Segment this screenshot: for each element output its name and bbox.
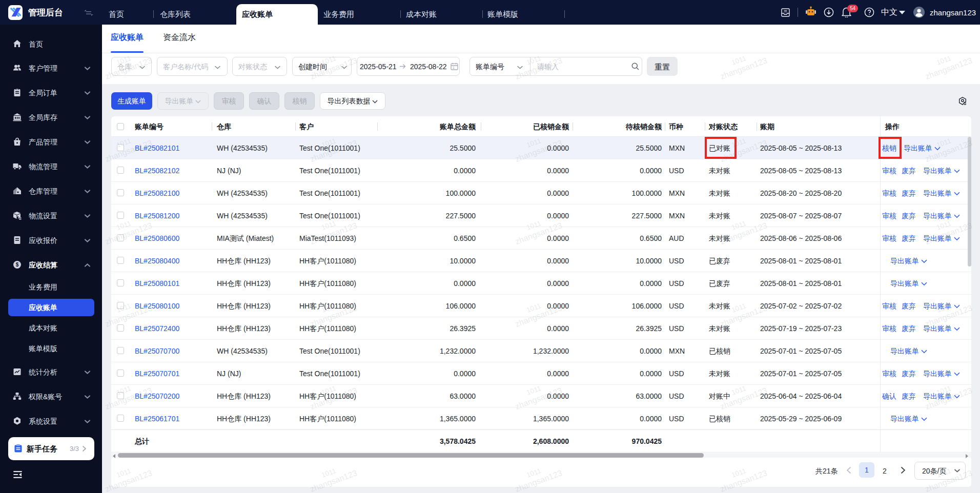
- svg-text:$: $: [16, 262, 19, 268]
